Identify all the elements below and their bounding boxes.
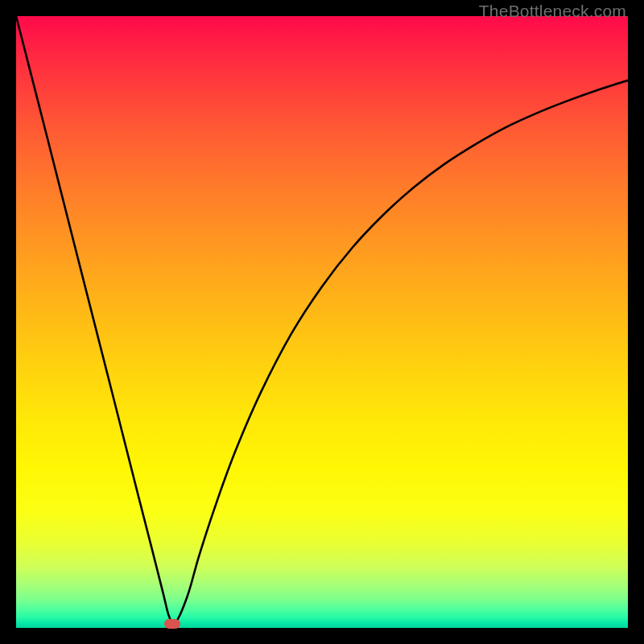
plot-background-gradient: [16, 16, 628, 628]
watermark-text: TheBottleneck.com: [479, 2, 626, 21]
chart-container: TheBottleneck.com: [0, 0, 644, 644]
optimum-marker: [164, 619, 180, 629]
